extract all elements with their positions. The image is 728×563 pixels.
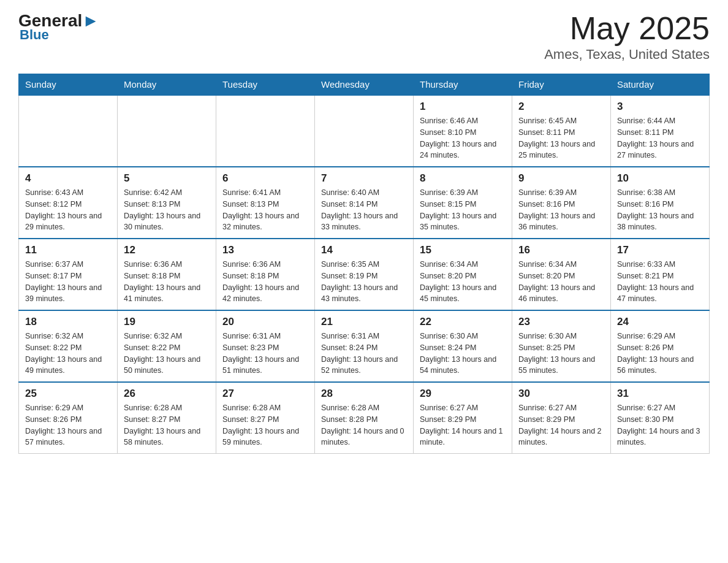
cell-info-text: Sunrise: 6:42 AMSunset: 8:13 PMDaylight:… <box>124 187 210 233</box>
cell-info-text: Sunrise: 6:30 AMSunset: 8:25 PMDaylight:… <box>518 331 604 377</box>
cell-day-number: 15 <box>420 244 506 256</box>
calendar-cell: 23Sunrise: 6:30 AMSunset: 8:25 PMDayligh… <box>512 310 611 382</box>
cell-day-number: 10 <box>617 172 703 185</box>
cell-day-number: 2 <box>518 101 604 113</box>
cell-day-number: 9 <box>518 172 604 185</box>
cell-info-text: Sunrise: 6:43 AMSunset: 8:12 PMDaylight:… <box>25 187 111 233</box>
calendar-cell: 27Sunrise: 6:28 AMSunset: 8:27 PMDayligh… <box>216 382 315 454</box>
cell-info-text: Sunrise: 6:27 AMSunset: 8:29 PMDaylight:… <box>420 402 506 448</box>
cell-info-text: Sunrise: 6:27 AMSunset: 8:30 PMDaylight:… <box>617 402 703 448</box>
weekday-header-monday: Monday <box>118 74 216 96</box>
weekday-header-saturday: Saturday <box>611 74 710 96</box>
calendar-cell: 4Sunrise: 6:43 AMSunset: 8:12 PMDaylight… <box>19 167 118 239</box>
calendar-cell <box>19 95 118 167</box>
calendar-cell: 16Sunrise: 6:34 AMSunset: 8:20 PMDayligh… <box>512 239 611 310</box>
calendar-cell: 9Sunrise: 6:39 AMSunset: 8:16 PMDaylight… <box>512 167 611 239</box>
cell-info-text: Sunrise: 6:28 AMSunset: 8:27 PMDaylight:… <box>124 402 210 448</box>
cell-info-text: Sunrise: 6:29 AMSunset: 8:26 PMDaylight:… <box>25 402 111 448</box>
cell-info-text: Sunrise: 6:34 AMSunset: 8:20 PMDaylight:… <box>420 259 506 305</box>
calendar-cell: 6Sunrise: 6:41 AMSunset: 8:13 PMDaylight… <box>216 167 315 239</box>
calendar-cell: 5Sunrise: 6:42 AMSunset: 8:13 PMDaylight… <box>118 167 216 239</box>
calendar-cell: 1Sunrise: 6:46 AMSunset: 8:10 PMDaylight… <box>414 95 512 167</box>
calendar-cell: 15Sunrise: 6:34 AMSunset: 8:20 PMDayligh… <box>414 239 512 310</box>
calendar-week-row-2: 4Sunrise: 6:43 AMSunset: 8:12 PMDaylight… <box>19 167 710 239</box>
calendar-cell: 22Sunrise: 6:30 AMSunset: 8:24 PMDayligh… <box>414 310 512 382</box>
cell-day-number: 31 <box>617 388 703 400</box>
cell-info-text: Sunrise: 6:41 AMSunset: 8:13 PMDaylight:… <box>222 187 308 233</box>
title-block: May 2025 Ames, Texas, United States <box>544 12 710 63</box>
calendar-cell: 25Sunrise: 6:29 AMSunset: 8:26 PMDayligh… <box>19 382 118 454</box>
cell-day-number: 8 <box>420 172 506 185</box>
calendar-week-row-1: 1Sunrise: 6:46 AMSunset: 8:10 PMDaylight… <box>19 95 710 167</box>
cell-day-number: 28 <box>321 388 407 400</box>
calendar-cell <box>118 95 216 167</box>
cell-day-number: 26 <box>124 388 210 400</box>
calendar-cell: 24Sunrise: 6:29 AMSunset: 8:26 PMDayligh… <box>611 310 710 382</box>
cell-day-number: 24 <box>617 316 703 328</box>
cell-day-number: 30 <box>518 388 604 400</box>
weekday-header-sunday: Sunday <box>19 74 118 96</box>
cell-info-text: Sunrise: 6:30 AMSunset: 8:24 PMDaylight:… <box>420 331 506 377</box>
cell-day-number: 22 <box>420 316 506 328</box>
calendar-cell: 13Sunrise: 6:36 AMSunset: 8:18 PMDayligh… <box>216 239 315 310</box>
logo-blue-text: ► <box>82 12 99 29</box>
cell-info-text: Sunrise: 6:34 AMSunset: 8:20 PMDaylight:… <box>518 259 604 305</box>
cell-info-text: Sunrise: 6:38 AMSunset: 8:16 PMDaylight:… <box>617 187 703 233</box>
calendar-cell: 3Sunrise: 6:44 AMSunset: 8:11 PMDaylight… <box>611 95 710 167</box>
cell-day-number: 29 <box>420 388 506 400</box>
cell-info-text: Sunrise: 6:45 AMSunset: 8:11 PMDaylight:… <box>518 115 604 161</box>
cell-day-number: 21 <box>321 316 407 328</box>
cell-day-number: 20 <box>222 316 308 328</box>
cell-info-text: Sunrise: 6:32 AMSunset: 8:22 PMDaylight:… <box>124 331 210 377</box>
calendar-cell: 17Sunrise: 6:33 AMSunset: 8:21 PMDayligh… <box>611 239 710 310</box>
cell-day-number: 7 <box>321 172 407 185</box>
cell-info-text: Sunrise: 6:27 AMSunset: 8:29 PMDaylight:… <box>518 402 604 448</box>
calendar-cell: 21Sunrise: 6:31 AMSunset: 8:24 PMDayligh… <box>315 310 414 382</box>
calendar-week-row-5: 25Sunrise: 6:29 AMSunset: 8:26 PMDayligh… <box>19 382 710 454</box>
logo-blue-label: Blue <box>20 27 49 43</box>
cell-day-number: 19 <box>124 316 210 328</box>
cell-day-number: 5 <box>124 172 210 185</box>
weekday-header-wednesday: Wednesday <box>315 74 414 96</box>
location-title: Ames, Texas, United States <box>544 47 710 63</box>
calendar-cell: 19Sunrise: 6:32 AMSunset: 8:22 PMDayligh… <box>118 310 216 382</box>
calendar-cell: 29Sunrise: 6:27 AMSunset: 8:29 PMDayligh… <box>414 382 512 454</box>
calendar-cell: 14Sunrise: 6:35 AMSunset: 8:19 PMDayligh… <box>315 239 414 310</box>
cell-info-text: Sunrise: 6:32 AMSunset: 8:22 PMDaylight:… <box>25 331 111 377</box>
cell-info-text: Sunrise: 6:35 AMSunset: 8:19 PMDaylight:… <box>321 259 407 305</box>
calendar-cell: 8Sunrise: 6:39 AMSunset: 8:15 PMDaylight… <box>414 167 512 239</box>
cell-info-text: Sunrise: 6:31 AMSunset: 8:23 PMDaylight:… <box>222 331 308 377</box>
calendar-cell: 18Sunrise: 6:32 AMSunset: 8:22 PMDayligh… <box>19 310 118 382</box>
cell-info-text: Sunrise: 6:28 AMSunset: 8:27 PMDaylight:… <box>222 402 308 448</box>
cell-info-text: Sunrise: 6:31 AMSunset: 8:24 PMDaylight:… <box>321 331 407 377</box>
cell-day-number: 4 <box>25 172 111 185</box>
cell-day-number: 12 <box>124 244 210 256</box>
calendar-week-row-3: 11Sunrise: 6:37 AMSunset: 8:17 PMDayligh… <box>19 239 710 310</box>
weekday-header-tuesday: Tuesday <box>216 74 315 96</box>
calendar-cell: 12Sunrise: 6:36 AMSunset: 8:18 PMDayligh… <box>118 239 216 310</box>
calendar-cell: 20Sunrise: 6:31 AMSunset: 8:23 PMDayligh… <box>216 310 315 382</box>
calendar-cell: 28Sunrise: 6:28 AMSunset: 8:28 PMDayligh… <box>315 382 414 454</box>
cell-info-text: Sunrise: 6:40 AMSunset: 8:14 PMDaylight:… <box>321 187 407 233</box>
cell-day-number: 27 <box>222 388 308 400</box>
weekday-header-friday: Friday <box>512 74 611 96</box>
cell-info-text: Sunrise: 6:44 AMSunset: 8:11 PMDaylight:… <box>617 115 703 161</box>
calendar-cell: 2Sunrise: 6:45 AMSunset: 8:11 PMDaylight… <box>512 95 611 167</box>
page-header: General ► Blue May 2025 Ames, Texas, Uni… <box>18 12 710 63</box>
cell-day-number: 1 <box>420 101 506 113</box>
month-title: May 2025 <box>544 12 710 44</box>
calendar-cell: 10Sunrise: 6:38 AMSunset: 8:16 PMDayligh… <box>611 167 710 239</box>
cell-info-text: Sunrise: 6:39 AMSunset: 8:15 PMDaylight:… <box>420 187 506 233</box>
cell-day-number: 13 <box>222 244 308 256</box>
cell-day-number: 11 <box>25 244 111 256</box>
calendar-cell <box>216 95 315 167</box>
cell-day-number: 14 <box>321 244 407 256</box>
cell-info-text: Sunrise: 6:36 AMSunset: 8:18 PMDaylight:… <box>124 259 210 305</box>
cell-day-number: 3 <box>617 101 703 113</box>
cell-info-text: Sunrise: 6:33 AMSunset: 8:21 PMDaylight:… <box>617 259 703 305</box>
calendar-cell <box>315 95 414 167</box>
calendar-cell: 30Sunrise: 6:27 AMSunset: 8:29 PMDayligh… <box>512 382 611 454</box>
cell-info-text: Sunrise: 6:39 AMSunset: 8:16 PMDaylight:… <box>518 187 604 233</box>
weekday-header-thursday: Thursday <box>414 74 512 96</box>
cell-info-text: Sunrise: 6:36 AMSunset: 8:18 PMDaylight:… <box>222 259 308 305</box>
